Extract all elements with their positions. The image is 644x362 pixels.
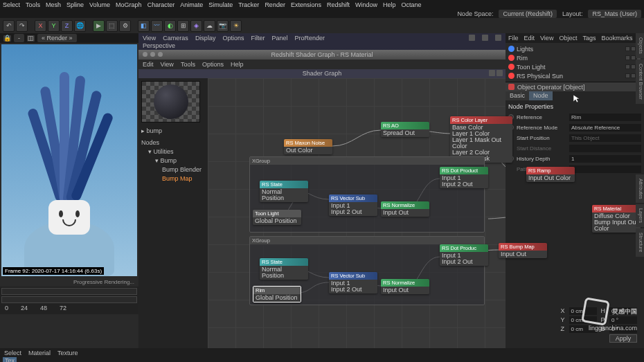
btab-select[interactable]: Select — [4, 350, 21, 356]
persp-panel[interactable]: Panel — [271, 35, 287, 42]
obj-rim[interactable]: Rim — [508, 53, 641, 62]
menu-octane[interactable]: Octane — [402, 1, 422, 8]
vp-lock-icon[interactable]: 🔒 — [3, 35, 12, 42]
tree-nodes[interactable]: Nodes — [141, 138, 205, 147]
vp-crop-icon[interactable]: ◫ — [26, 35, 35, 42]
tree-bump[interactable]: ▸ bump — [141, 127, 205, 136]
prim-nurbs[interactable]: ◐ — [164, 20, 176, 32]
menu-character[interactable]: Character — [147, 1, 175, 8]
persp-options[interactable]: Options — [222, 35, 244, 42]
persp-filter[interactable]: Filter — [251, 35, 265, 42]
menu-help[interactable]: Help — [383, 1, 396, 8]
obj-toon-light[interactable]: Toon Light — [508, 62, 641, 71]
tool-undo[interactable]: ↶ — [3, 20, 15, 32]
timeline-track-2[interactable] — [1, 296, 137, 303]
menu-window[interactable]: Window — [355, 1, 377, 8]
objm-bookmarks[interactable]: Bookmarks — [601, 35, 632, 42]
persp-icon-3[interactable] — [495, 35, 501, 41]
tab-node[interactable]: Node — [529, 91, 553, 100]
node-ao[interactable]: RS AOSpread Out — [381, 122, 429, 137]
node-vector-sub-1[interactable]: RS Vector SubInput 1Input 2 Out — [329, 194, 377, 216]
axis-y[interactable]: Y — [48, 20, 60, 32]
prim-deformer[interactable]: ◈ — [190, 20, 202, 32]
render-viewport[interactable]: Frame 92: 2020-07-17 14:16:44 (6.63s) — [1, 44, 137, 276]
render-frame[interactable]: ▶ — [93, 20, 105, 32]
axis-world[interactable]: 🌐 — [74, 20, 86, 32]
apply-button[interactable]: Apply — [609, 334, 637, 343]
tree-bump-blender[interactable]: Bump Blender — [141, 165, 205, 174]
prim-array[interactable]: ⊞ — [177, 20, 189, 32]
stab-content[interactable]: Content Browser — [636, 60, 644, 104]
timeline[interactable]: 024 4872 — [0, 287, 138, 314]
node-toon-light[interactable]: Toon LightGlobal Position — [253, 210, 301, 225]
traffic-close-icon[interactable] — [143, 52, 147, 57]
menu-tracker[interactable]: Tracker — [238, 1, 259, 8]
node-dot-product-1[interactable]: RS Dot ProductInput 1Input 2 Out — [440, 167, 488, 188]
tree-bump-folder[interactable]: ▾ Bump — [141, 156, 205, 165]
stab-attributes[interactable]: Attributes — [636, 174, 644, 203]
obj-physical-sun[interactable]: RS Physical Sun — [508, 71, 641, 80]
node-state-1[interactable]: RS StateNormalPosition — [260, 181, 308, 202]
window-titlebar[interactable]: Redshift Shader Graph - RS Material — [138, 50, 506, 60]
prim-spline[interactable]: 〰 — [151, 20, 163, 32]
node-dot-product-2[interactable]: RS Dot ProducInput 1Input 2 Out — [440, 244, 488, 266]
render-region[interactable]: ⬚ — [106, 20, 118, 32]
persp-prorender[interactable]: ProRender — [294, 35, 325, 42]
objm-edit[interactable]: Edit — [524, 35, 535, 42]
menu-extensions[interactable]: Extensions — [291, 1, 321, 8]
tex-tab[interactable]: Tex — [3, 357, 17, 362]
vp-mode-dropdown[interactable]: - — [14, 34, 24, 42]
node-bump-map[interactable]: RS Bump MapInput Out — [499, 243, 547, 258]
node-material[interactable]: RS MaterialDiffuse ColorBump Input Out C… — [592, 205, 641, 233]
tree-bump-map[interactable]: Bump Map — [141, 174, 205, 183]
prim-env[interactable]: ☁ — [204, 20, 215, 32]
gmenu-tools[interactable]: Tools — [181, 61, 195, 68]
prop-path-value[interactable] — [569, 165, 641, 173]
stab-structure[interactable]: Structure — [636, 228, 644, 256]
nodespace-dropdown[interactable]: Current (Redshift) — [499, 10, 557, 18]
node-vector-sub-2[interactable]: RS Vector SubInput 1Input 2 Out — [329, 272, 377, 293]
node-color-layer[interactable]: RS Color Layer Base ColorLayer 1 ColorLa… — [450, 116, 512, 163]
menu-spline[interactable]: Spline — [66, 1, 84, 8]
node-normalize-1[interactable]: RS NormalizeInput Out — [381, 201, 429, 217]
persp-display[interactable]: Display — [195, 35, 216, 42]
gmenu-edit[interactable]: Edit — [143, 61, 154, 68]
objm-object[interactable]: Object — [559, 35, 577, 42]
menu-mograph[interactable]: MoGraph — [116, 1, 142, 8]
objm-view[interactable]: View — [540, 35, 553, 42]
menu-tools[interactable]: Tools — [26, 1, 40, 8]
vp-render-dropdown[interactable]: « Render » — [37, 34, 77, 42]
axis-x[interactable]: X — [35, 20, 46, 32]
prop-startdist-value[interactable] — [569, 145, 641, 152]
menu-select[interactable]: Select — [3, 1, 20, 8]
menu-simulate[interactable]: Simulate — [208, 1, 233, 8]
persp-view[interactable]: View — [143, 35, 156, 42]
persp-icon-2[interactable] — [482, 35, 488, 41]
graph-opt-icon[interactable] — [489, 70, 495, 76]
menu-render[interactable]: Render — [265, 1, 285, 8]
node-maxon-noise[interactable]: RS Maxon NoiseOut Color — [284, 139, 332, 154]
gmenu-options[interactable]: Options — [202, 61, 224, 68]
menu-animate[interactable]: Animate — [180, 1, 203, 8]
objm-file[interactable]: File — [508, 35, 519, 42]
stab-layers[interactable]: Layers — [636, 204, 644, 227]
prop-reference-value[interactable]: Rim — [569, 114, 641, 121]
axis-z[interactable]: Z — [61, 20, 73, 32]
menu-redshift[interactable]: Redshift — [327, 1, 350, 8]
prop-history-value[interactable]: 1 — [569, 155, 641, 163]
prim-cube[interactable]: ◧ — [138, 20, 150, 32]
prim-camera[interactable]: 📷 — [217, 20, 229, 32]
traffic-max-icon[interactable] — [158, 52, 163, 57]
layout-dropdown[interactable]: RS_Mats (User) — [588, 10, 641, 18]
node-rim[interactable]: RimGlobal Position — [253, 286, 301, 302]
prop-refmode-value[interactable]: Absolute Reference — [569, 124, 641, 132]
node-canvas[interactable]: RS Maxon NoiseOut Color RS AOSpread Out … — [208, 78, 506, 348]
btab-material[interactable]: Material — [28, 350, 51, 356]
menu-mesh[interactable]: Mesh — [46, 1, 61, 8]
timeline-track[interactable] — [1, 288, 137, 295]
persp-cameras[interactable]: Cameras — [163, 35, 188, 42]
stab-objects[interactable]: Objects — [636, 33, 644, 58]
node-normalize-2[interactable]: RS NormalizeInput Out — [381, 279, 429, 294]
graph-close-icon[interactable] — [497, 70, 503, 76]
btab-texture[interactable]: Texture — [57, 350, 78, 356]
